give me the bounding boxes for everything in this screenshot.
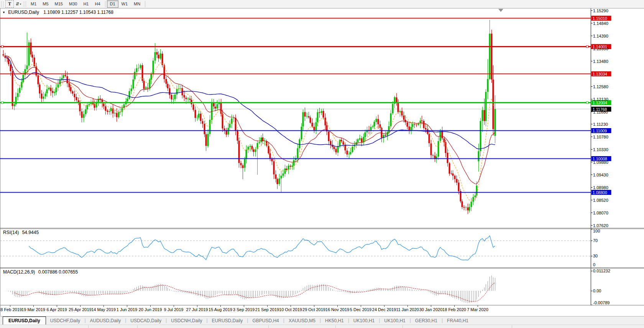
svg-text:15 Aug 2019: 15 Aug 2019 — [209, 307, 232, 312]
tab-usdcad-daily[interactable]: USDCAD,Daily — [126, 316, 166, 325]
svg-text:1.13480: 1.13480 — [593, 59, 608, 64]
dropdown-caret-icon: ▾ — [20, 3, 21, 6]
svg-text:1.10008: 1.10008 — [593, 157, 607, 161]
timeframe-m15-button[interactable]: M15 — [52, 0, 66, 8]
svg-text:28 Feb 2019: 28 Feb 2019 — [0, 307, 22, 312]
svg-text:1.08980: 1.08980 — [593, 185, 608, 190]
svg-text:1.11768: 1.11768 — [593, 107, 607, 112]
svg-text:1.13034: 1.13034 — [593, 72, 607, 76]
svg-text:11 Jan 2020: 11 Jan 2020 — [396, 307, 419, 312]
svg-text:7 Mar 2020: 7 Mar 2020 — [467, 307, 488, 312]
timeframe-d1-button[interactable]: D1 — [107, 0, 118, 8]
chart-canvas: 1.152901.148401.143901.139301.134801.125… — [0, 0, 644, 328]
tab-audusd-daily[interactable]: AUDUSD,Daily — [86, 316, 125, 325]
svg-text:1.14840: 1.14840 — [593, 21, 608, 26]
svg-text:1.07620: 1.07620 — [593, 223, 608, 228]
rsi-line — [29, 236, 495, 260]
svg-text:19 Mar 2019: 19 Mar 2019 — [21, 307, 45, 312]
svg-text:27 Jul 2019: 27 Jul 2019 — [186, 307, 208, 312]
toolbar-grip — [24, 2, 26, 7]
timeframe-group: M1M5M15M30H1H4D1W1MN — [28, 0, 143, 8]
tab-usdcnh-daily[interactable]: USDCNH,Daily — [167, 316, 206, 325]
svg-text:21 Sep 2019: 21 Sep 2019 — [255, 307, 279, 312]
tab-uk100-h1[interactable]: UK100,H1 — [380, 316, 409, 325]
candlesticks — [3, 20, 496, 214]
tab-eurusd-daily[interactable]: EURUSD,Daily — [208, 316, 247, 325]
date-axis — [10, 305, 478, 307]
svg-text:14 May 2019: 14 May 2019 — [91, 307, 116, 312]
svg-text:24 Dec 2019: 24 Dec 2019 — [372, 307, 396, 312]
svg-text:1.10330: 1.10330 — [593, 147, 608, 152]
level-marker[interactable] — [2, 46, 3, 48]
svg-text:1.08070: 1.08070 — [593, 211, 608, 215]
timeframe-h1-button[interactable]: H1 — [80, 0, 92, 8]
svg-text:100: 100 — [593, 229, 600, 233]
timeframe-m30-button[interactable]: M30 — [66, 0, 80, 8]
svg-text:-0.00789: -0.00789 — [593, 300, 610, 305]
svg-text:0: 0 — [593, 262, 595, 267]
svg-text:0.00: 0.00 — [593, 288, 601, 293]
svg-text:1.08800: 1.08800 — [593, 190, 607, 195]
svg-text:10 Oct 2019: 10 Oct 2019 — [279, 307, 302, 312]
svg-text:25 Apr 2019: 25 Apr 2019 — [69, 307, 91, 312]
status-bar — [0, 325, 644, 328]
svg-text:0.011232: 0.011232 — [593, 269, 610, 273]
toolbar-grip — [1, 2, 3, 7]
tab-eurusd-daily[interactable]: EURUSD,Daily — [3, 316, 46, 325]
level-marker[interactable] — [2, 102, 3, 104]
svg-text:6 Apr 2019: 6 Apr 2019 — [46, 307, 67, 312]
tab-fra40-h1[interactable]: FRA40,H1 — [443, 316, 473, 325]
svg-text:1 Jun 2019: 1 Jun 2019 — [117, 307, 137, 312]
svg-text:1.09430: 1.09430 — [593, 173, 608, 177]
timeframe-m1-button[interactable]: M1 — [28, 0, 39, 8]
macd-signal-line — [15, 283, 495, 302]
text-tool-button[interactable]: T — [5, 0, 14, 8]
svg-text:3 Sep 2019: 3 Sep 2019 — [233, 307, 255, 312]
symbol-tab-bar: EURUSD,DailyUSDCHF,Daily|AUDUSD,Daily|US… — [0, 316, 644, 325]
svg-text:1.08520: 1.08520 — [593, 198, 608, 203]
svg-text:5 Dec 2019: 5 Dec 2019 — [350, 307, 371, 312]
svg-text:9 Jul 2019: 9 Jul 2019 — [164, 307, 184, 312]
arrows-icon: ⇵ — [16, 2, 19, 7]
svg-text:30: 30 — [593, 254, 598, 258]
level-marker[interactable] — [586, 46, 588, 48]
svg-text:1.14001: 1.14001 — [593, 45, 607, 49]
price-shift-triangle-icon[interactable] — [498, 9, 503, 12]
svg-text:1.14390: 1.14390 — [593, 34, 608, 38]
tab-gbpusd-h4[interactable]: GBPUSD,H4 — [248, 316, 283, 325]
ma-8-line — [5, 56, 495, 201]
toolbar: T ⇵ ▾ M1M5M15M30H1H4D1W1MN — [0, 0, 644, 8]
svg-text:1.12580: 1.12580 — [593, 84, 608, 89]
svg-text:29 Oct 2019: 29 Oct 2019 — [302, 307, 325, 312]
svg-text:1.11230: 1.11230 — [593, 122, 608, 127]
timeframe-h4-button[interactable]: H4 — [92, 0, 103, 8]
tab-hk50-h1[interactable]: HK50,H1 — [321, 316, 348, 325]
tab-usdchf-daily[interactable]: USDCHF,Daily — [46, 316, 85, 325]
timeframe-mn-button[interactable]: MN — [131, 0, 143, 8]
svg-text:1.15290: 1.15290 — [593, 8, 608, 13]
svg-text:70: 70 — [593, 238, 598, 243]
toolbar-separator — [145, 1, 145, 7]
tab-xauusd-m5[interactable]: XAUUSD,M5 — [284, 316, 320, 325]
svg-text:1.11009: 1.11009 — [593, 129, 607, 133]
svg-text:16 Nov 2019: 16 Nov 2019 — [325, 307, 349, 312]
svg-text:1.12004: 1.12004 — [593, 101, 607, 105]
tab-uk100-h1[interactable]: UK100,H1 — [349, 316, 379, 325]
tab-ger30-h1[interactable]: GER30,H1 — [411, 316, 442, 325]
arrange-arrows-button[interactable]: ⇵ ▾ — [15, 1, 22, 7]
svg-text:1.10780: 1.10780 — [593, 135, 608, 139]
level-marker[interactable] — [586, 102, 588, 104]
timeframe-m5-button[interactable]: M5 — [39, 0, 51, 8]
timeframe-w1-button[interactable]: W1 — [118, 0, 131, 8]
ma-21-line — [5, 56, 495, 184]
svg-text:20 Jun 2019: 20 Jun 2019 — [139, 307, 162, 312]
svg-text:30 Jan 2020: 30 Jan 2020 — [419, 307, 443, 312]
svg-text:1.15010: 1.15010 — [593, 16, 607, 21]
svg-text:18 Feb 2020: 18 Feb 2020 — [442, 307, 466, 312]
